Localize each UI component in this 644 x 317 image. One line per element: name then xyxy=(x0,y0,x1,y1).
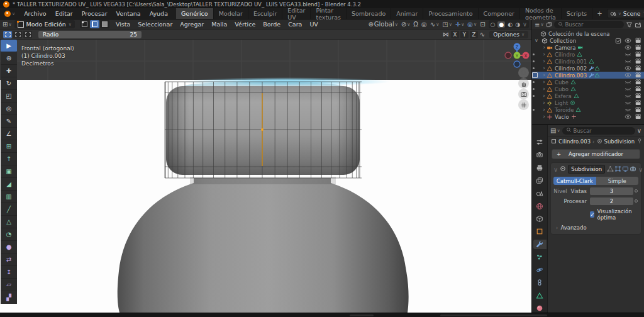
outliner-row-light[interactable]: ›Light xyxy=(532,99,644,106)
tool-edge-slide[interactable]: ⇄ xyxy=(1,253,17,266)
nav-camera-view-button[interactable] xyxy=(518,89,529,99)
display-in-render-toggle[interactable] xyxy=(630,165,636,174)
outliner-row-camera[interactable]: ›Camera xyxy=(532,44,644,51)
tool-annotate[interactable]: ✎ xyxy=(1,115,17,128)
falloff-icon[interactable]: ∿ xyxy=(480,31,485,38)
select-mode-vertice-button[interactable] xyxy=(80,20,89,28)
tool-cursor[interactable]: ⊕ xyxy=(1,52,17,65)
optimal-display-checkbox[interactable]: ✓ xyxy=(590,211,594,218)
add-workspace-button[interactable]: + xyxy=(592,10,606,17)
render-visibility-icon[interactable] xyxy=(635,99,641,106)
workspace-tab-animar[interactable]: Animar xyxy=(391,8,423,19)
render-visibility-icon[interactable] xyxy=(635,51,641,58)
render-visibility-icon[interactable] xyxy=(635,58,641,65)
viewport-menu-uv[interactable]: UV xyxy=(306,21,321,28)
properties-tab-constraints[interactable] xyxy=(533,278,547,287)
visibility-eye-icon[interactable] xyxy=(625,113,631,120)
workspace-tab-sombreado[interactable]: Sombreado xyxy=(347,8,391,19)
select-mode-borde-button[interactable] xyxy=(90,20,99,28)
tool-bevel[interactable]: ◢ xyxy=(1,178,17,191)
chevron-right-icon[interactable]: › xyxy=(541,93,547,99)
levels-viewport-field[interactable]: 3 xyxy=(590,187,633,195)
animate-dot-icon[interactable] xyxy=(635,199,638,203)
chevron-down-icon[interactable]: ∨ xyxy=(534,38,539,43)
gizmos-dropdown[interactable]: ✛∨ xyxy=(455,21,465,28)
render-visibility-icon[interactable] xyxy=(635,37,641,44)
properties-tab-object-data[interactable] xyxy=(533,291,547,299)
advanced-section-toggle[interactable]: › Avanzado xyxy=(553,225,638,231)
breadcrumb-object[interactable]: Cilindro.003 xyxy=(558,138,591,145)
chevron-right-icon[interactable]: › xyxy=(541,45,547,50)
tool-smooth[interactable]: ● xyxy=(1,241,17,253)
visibility-eye-icon[interactable] xyxy=(625,72,631,79)
chevron-right-icon[interactable]: › xyxy=(541,107,547,113)
chevron-right-icon[interactable]: › xyxy=(541,100,547,106)
outliner-row-cilindro[interactable]: ›Cilindro xyxy=(532,51,644,58)
mode-dropdown[interactable]: Modo Edición ∨ xyxy=(14,20,75,28)
navigation-gizmo[interactable]: Z X Y xyxy=(502,41,531,70)
tool-shear[interactable]: ▱ xyxy=(1,279,17,291)
editor-type-dropdown[interactable]: ⊞∨ xyxy=(3,21,12,28)
render-visibility-icon[interactable] xyxy=(635,113,641,120)
breadcrumb-modifier[interactable]: Subdivision xyxy=(604,138,635,145)
render-visibility-icon[interactable] xyxy=(635,92,641,99)
workspace-tab-nodos-de-geometr-a[interactable]: Nodos de geometría xyxy=(520,8,562,19)
workspace-tab-procesamiento[interactable]: Procesamiento xyxy=(423,8,478,19)
viewport-menu-agregar[interactable]: Agregar xyxy=(176,21,208,28)
new-collection-icon[interactable] xyxy=(635,21,641,28)
properties-tab-view-layer[interactable] xyxy=(533,176,547,185)
visibility-eye-icon[interactable] xyxy=(625,65,631,72)
select-mode-subtract-button[interactable] xyxy=(23,31,32,38)
modifier-name-field[interactable]: Subdivision xyxy=(568,165,605,174)
properties-tab-object[interactable] xyxy=(533,227,547,236)
viewport-menu-v-rtice[interactable]: Vértice xyxy=(231,21,259,28)
properties-tab-modifiers[interactable] xyxy=(533,240,547,248)
menu-procesar[interactable]: Procesar xyxy=(77,8,112,19)
pin-icon[interactable] xyxy=(636,138,643,144)
nav-toggle-projection-button[interactable] xyxy=(518,99,529,110)
proportional-editing-toggle[interactable]: ◎ xyxy=(421,21,427,28)
properties-tab-particles[interactable] xyxy=(533,253,547,262)
add-modifier-button[interactable]: + Agregar modificador xyxy=(552,149,640,159)
tool-rotate[interactable]: ↻ xyxy=(1,77,17,90)
tool-extrude-region[interactable]: ↑ xyxy=(1,153,17,165)
shading-rendered-button[interactable]: ◑ xyxy=(515,21,520,28)
menu-ventana[interactable]: Ventana xyxy=(112,8,145,19)
transform-orientation-dropdown[interactable]: ⊕ Global∨ xyxy=(368,21,397,28)
chevron-right-icon[interactable]: › xyxy=(541,114,547,120)
viewport-menu-borde[interactable]: Borde xyxy=(259,21,284,28)
tool-move[interactable]: ✚ xyxy=(1,65,17,77)
options-dropdown[interactable]: Opciones ∨ xyxy=(489,31,528,38)
mirror-axis-x-toggle[interactable]: X xyxy=(451,31,459,38)
chevron-right-icon[interactable]: › xyxy=(541,52,547,57)
radius-slider[interactable]: Radio 25 xyxy=(38,31,142,38)
workspace-tab-gen-rico[interactable]: Genérico xyxy=(176,8,214,19)
properties-search-input[interactable]: Buscar xyxy=(562,127,635,135)
visibility-eye-closed-icon[interactable] xyxy=(625,51,631,58)
render-visibility-icon[interactable] xyxy=(635,44,641,51)
levels-render-field[interactable]: 2 xyxy=(590,197,633,205)
mirror-axis-z-toggle[interactable]: Z xyxy=(470,31,478,38)
render-visibility-icon[interactable] xyxy=(635,106,641,113)
snap-target-dropdown[interactable]: ⊘∨ xyxy=(401,21,411,28)
properties-tab-physics[interactable] xyxy=(533,265,547,274)
properties-tab-material[interactable] xyxy=(533,304,547,313)
shading-wireframe-button[interactable]: ○ xyxy=(491,21,496,28)
viewport-menu-malla[interactable]: Malla xyxy=(208,21,231,28)
outliner-search-input[interactable]: Buscar xyxy=(554,21,624,28)
visibility-eye-closed-icon[interactable] xyxy=(625,106,631,113)
tool-add-cube[interactable]: ⊞ xyxy=(1,140,17,153)
blender-app-menu[interactable]: ∨ xyxy=(0,8,19,19)
workspace-tab-componer[interactable]: Componer xyxy=(479,8,520,19)
outliner-row-cilindro-001[interactable]: ›Cilindro.001 xyxy=(532,58,644,65)
tool-rip-region[interactable]: ▞ xyxy=(1,291,17,304)
chevron-right-icon[interactable]: › xyxy=(541,86,547,92)
shading-solid-button[interactable]: ● xyxy=(497,21,505,28)
collection-checkbox-icon[interactable] xyxy=(615,38,621,44)
gizmo-minus-x-axis[interactable] xyxy=(505,52,511,58)
new-collection-button[interactable] xyxy=(635,21,641,28)
tool-shrink-fatten[interactable]: ↕ xyxy=(1,266,17,279)
properties-editor-dropdown[interactable]: ▤∨ xyxy=(550,127,560,134)
outliner-row-vac-o[interactable]: ›Vacío xyxy=(532,113,644,120)
tool-scale[interactable]: ◰ xyxy=(1,90,17,103)
